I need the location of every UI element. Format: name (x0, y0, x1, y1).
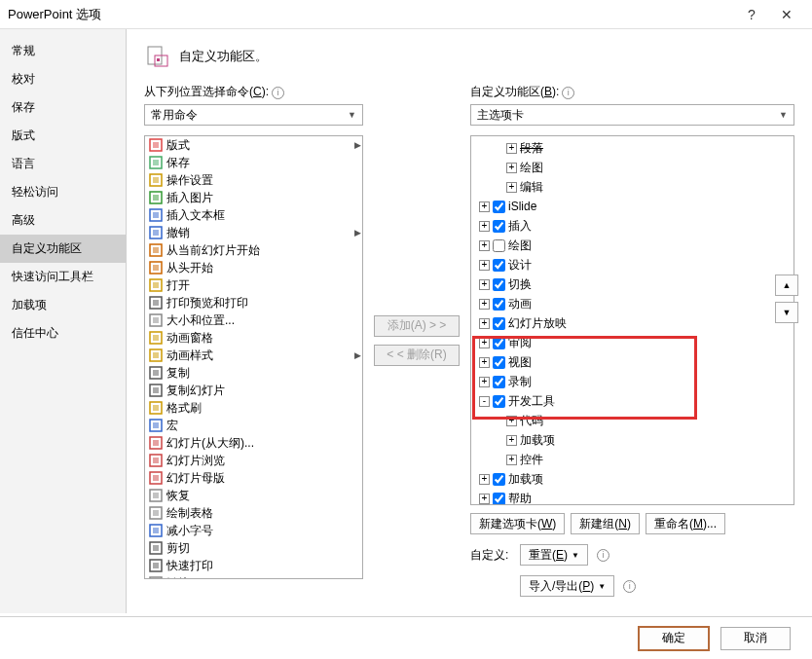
expand-toggle[interactable]: + (479, 299, 490, 310)
ribbon-tree[interactable]: +段落+绘图+编辑+iSlide+插入+绘图+设计+切换+动画+幻灯片放映+审阅… (470, 135, 794, 505)
command-item[interactable]: 宏 (145, 417, 362, 434)
tree-node[interactable]: +加载项 (471, 469, 794, 489)
command-item[interactable]: 恢复 (145, 487, 362, 504)
command-item[interactable]: 幻灯片(从大纲)... (145, 434, 362, 452)
sidebar-item[interactable]: 语言 (0, 150, 126, 178)
info-icon[interactable]: i (272, 87, 284, 99)
command-item[interactable]: 插入文本框 (145, 206, 362, 224)
tab-checkbox[interactable] (493, 278, 505, 291)
sidebar-item[interactable]: 加载项 (0, 291, 126, 319)
expand-toggle[interactable]: + (479, 279, 490, 290)
expand-toggle[interactable]: - (479, 396, 490, 407)
tab-checkbox[interactable] (493, 493, 505, 505)
expand-toggle[interactable]: + (479, 260, 490, 271)
expand-toggle[interactable]: + (479, 474, 490, 485)
tree-node[interactable]: +幻灯片放映 (471, 313, 794, 333)
tab-checkbox[interactable] (493, 473, 505, 486)
expand-toggle[interactable]: + (506, 435, 517, 446)
customize-ribbon-dropdown[interactable]: 主选项卡▼ (470, 104, 794, 126)
tab-checkbox[interactable] (493, 201, 505, 213)
command-item[interactable]: 动画样式▶ (145, 347, 362, 364)
tree-node[interactable]: +审阅 (471, 333, 794, 352)
command-item[interactable]: 复制 (145, 364, 362, 382)
ok-button[interactable]: 确定 (639, 627, 709, 650)
tab-checkbox[interactable] (493, 376, 505, 388)
command-item[interactable]: 剪切 (145, 539, 362, 557)
command-item[interactable]: 从头开始 (145, 259, 362, 276)
move-up-button[interactable]: ▲ (775, 275, 798, 296)
tab-checkbox[interactable] (493, 337, 505, 349)
command-item[interactable]: 复制幻灯片 (145, 382, 362, 399)
command-item[interactable]: 插入图片 (145, 189, 362, 206)
expand-toggle[interactable]: + (506, 455, 517, 465)
tree-node[interactable]: +编辑 (471, 177, 794, 197)
command-item[interactable]: 格式刷 (145, 399, 362, 417)
command-item[interactable]: 动画窗格 (145, 329, 362, 347)
help-button[interactable]: ? (734, 7, 769, 22)
tab-checkbox[interactable] (493, 239, 505, 252)
tree-node[interactable]: +切换 (471, 275, 794, 294)
sidebar-item[interactable]: 轻松访问 (0, 178, 126, 206)
tab-checkbox[interactable] (493, 298, 505, 311)
expand-toggle[interactable]: + (506, 163, 517, 173)
tree-node[interactable]: +绘图 (471, 236, 794, 255)
tree-node[interactable]: +帮助 (471, 489, 794, 505)
tree-node[interactable]: +动画 (471, 294, 794, 313)
sidebar-item[interactable]: 版式 (0, 122, 126, 150)
expand-toggle[interactable]: + (479, 338, 490, 348)
tree-node[interactable]: +设计 (471, 255, 794, 275)
import-export-dropdown[interactable]: 导入/导出(P)▼ (520, 575, 614, 597)
new-tab-button[interactable]: 新建选项卡(W) (470, 513, 565, 534)
tree-node[interactable]: +录制 (471, 372, 794, 391)
expand-toggle[interactable]: + (506, 143, 517, 154)
close-button[interactable]: ✕ (769, 7, 804, 22)
tree-node[interactable]: -开发工具 (471, 391, 794, 411)
cancel-button[interactable]: 取消 (720, 627, 791, 650)
command-item[interactable]: 撤销▶ (145, 224, 362, 241)
expand-toggle[interactable]: + (479, 221, 490, 232)
command-item[interactable]: 大小和位置... (145, 311, 362, 329)
command-item[interactable]: 链接 (145, 574, 362, 579)
tree-node[interactable]: +加载项 (471, 430, 794, 450)
sidebar-item[interactable]: 保存 (0, 93, 126, 122)
expand-toggle[interactable]: + (479, 494, 490, 504)
choose-commands-dropdown[interactable]: 常用命令▼ (144, 104, 363, 126)
info-icon[interactable]: i (623, 580, 636, 593)
reset-dropdown[interactable]: 重置(E)▼ (520, 544, 588, 566)
commands-list[interactable]: 版式▶保存操作设置插入图片插入文本框撤销▶从当前幻灯片开始从头开始打开打印预览和… (144, 135, 363, 579)
rename-button[interactable]: 重命名(M)... (646, 513, 725, 534)
command-item[interactable]: 版式▶ (145, 136, 362, 154)
tree-node[interactable]: +iSlide (471, 197, 794, 216)
tab-checkbox[interactable] (493, 220, 505, 233)
expand-toggle[interactable]: + (479, 201, 490, 212)
sidebar-item[interactable]: 高级 (0, 206, 126, 235)
tab-checkbox[interactable] (493, 395, 505, 408)
new-group-button[interactable]: 新建组(N) (571, 513, 640, 534)
tree-node[interactable]: +视图 (471, 352, 794, 372)
command-item[interactable]: 从当前幻灯片开始 (145, 241, 362, 259)
command-item[interactable]: 快速打印 (145, 557, 362, 574)
command-item[interactable]: 幻灯片母版 (145, 469, 362, 487)
tab-checkbox[interactable] (493, 259, 505, 272)
tab-checkbox[interactable] (493, 356, 505, 369)
command-item[interactable]: 保存 (145, 154, 362, 171)
expand-toggle[interactable]: + (479, 377, 490, 387)
sidebar-item[interactable]: 信任中心 (0, 319, 126, 348)
command-item[interactable]: 减小字号 (145, 522, 362, 539)
command-item[interactable]: 绘制表格 (145, 504, 362, 522)
move-down-button[interactable]: ▼ (775, 302, 798, 323)
info-icon[interactable]: i (597, 549, 609, 562)
command-item[interactable]: 操作设置 (145, 171, 362, 189)
tab-checkbox[interactable] (493, 317, 505, 330)
command-item[interactable]: 打印预览和打印 (145, 294, 362, 311)
sidebar-item[interactable]: 快速访问工具栏 (0, 263, 126, 291)
sidebar-item[interactable]: 自定义功能区 (0, 235, 126, 263)
add-button[interactable]: 添加(A) > > (374, 315, 460, 337)
tree-node[interactable]: +代码 (471, 411, 794, 430)
expand-toggle[interactable]: + (506, 182, 517, 193)
expand-toggle[interactable]: + (479, 240, 490, 251)
tree-node[interactable]: +插入 (471, 216, 794, 236)
sidebar-item[interactable]: 常规 (0, 37, 126, 65)
sidebar-item[interactable]: 校对 (0, 65, 126, 93)
tree-node[interactable]: +段落 (471, 138, 794, 158)
